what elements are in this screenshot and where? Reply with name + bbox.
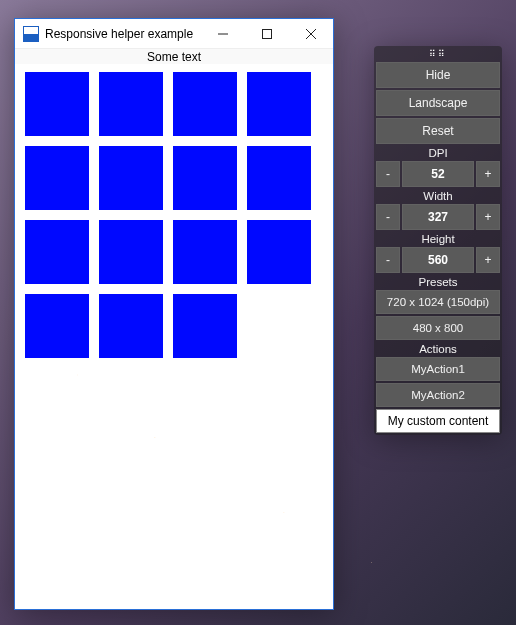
dpi-plus-button[interactable]: + bbox=[476, 161, 500, 187]
height-value[interactable]: 560 bbox=[402, 247, 474, 273]
reset-button[interactable]: Reset bbox=[376, 118, 500, 144]
grid-cell bbox=[25, 72, 89, 136]
helper-panel: ⠿⠿ Hide Landscape Reset DPI - 52 + Width… bbox=[374, 46, 502, 435]
actions-label: Actions bbox=[376, 342, 500, 355]
drag-handle-icon[interactable]: ⠿⠿ bbox=[376, 48, 500, 60]
grid-cell bbox=[173, 294, 237, 358]
window-title: Responsive helper example bbox=[45, 27, 193, 41]
grid bbox=[15, 64, 333, 366]
dpi-stepper: - 52 + bbox=[376, 161, 500, 187]
width-stepper: - 327 + bbox=[376, 204, 500, 230]
titlebar[interactable]: Responsive helper example bbox=[15, 19, 333, 49]
height-stepper: - 560 + bbox=[376, 247, 500, 273]
close-button[interactable] bbox=[289, 19, 333, 49]
grid-cell bbox=[25, 220, 89, 284]
hide-button[interactable]: Hide bbox=[376, 62, 500, 88]
dpi-label: DPI bbox=[376, 146, 500, 159]
custom-content-button[interactable]: My custom content bbox=[376, 409, 500, 433]
app-window: Responsive helper example Some text bbox=[14, 18, 334, 610]
height-label: Height bbox=[376, 232, 500, 245]
dpi-minus-button[interactable]: - bbox=[376, 161, 400, 187]
grid-cell bbox=[247, 146, 311, 210]
presets-label: Presets bbox=[376, 275, 500, 288]
grid-cell bbox=[173, 72, 237, 136]
grid-cell bbox=[99, 220, 163, 284]
width-minus-button[interactable]: - bbox=[376, 204, 400, 230]
maximize-button[interactable] bbox=[245, 19, 289, 49]
dpi-value[interactable]: 52 bbox=[402, 161, 474, 187]
grid-cell bbox=[99, 294, 163, 358]
grid-cell bbox=[247, 220, 311, 284]
preset-button[interactable]: 480 x 800 bbox=[376, 316, 500, 340]
grid-cell bbox=[25, 294, 89, 358]
width-plus-button[interactable]: + bbox=[476, 204, 500, 230]
grid-cell bbox=[173, 146, 237, 210]
height-plus-button[interactable]: + bbox=[476, 247, 500, 273]
width-label: Width bbox=[376, 189, 500, 202]
grid-cell bbox=[25, 146, 89, 210]
grid-cell bbox=[99, 72, 163, 136]
client-area: Some text bbox=[15, 49, 333, 609]
header-text: Some text bbox=[15, 49, 333, 64]
svg-rect-1 bbox=[263, 29, 272, 38]
grid-cell bbox=[99, 146, 163, 210]
action-button[interactable]: MyAction2 bbox=[376, 383, 500, 407]
action-button[interactable]: MyAction1 bbox=[376, 357, 500, 381]
landscape-button[interactable]: Landscape bbox=[376, 90, 500, 116]
grid-cell bbox=[247, 72, 311, 136]
width-value[interactable]: 327 bbox=[402, 204, 474, 230]
height-minus-button[interactable]: - bbox=[376, 247, 400, 273]
minimize-button[interactable] bbox=[201, 19, 245, 49]
app-icon bbox=[23, 26, 39, 42]
grid-cell bbox=[173, 220, 237, 284]
preset-button[interactable]: 720 x 1024 (150dpi) bbox=[376, 290, 500, 314]
